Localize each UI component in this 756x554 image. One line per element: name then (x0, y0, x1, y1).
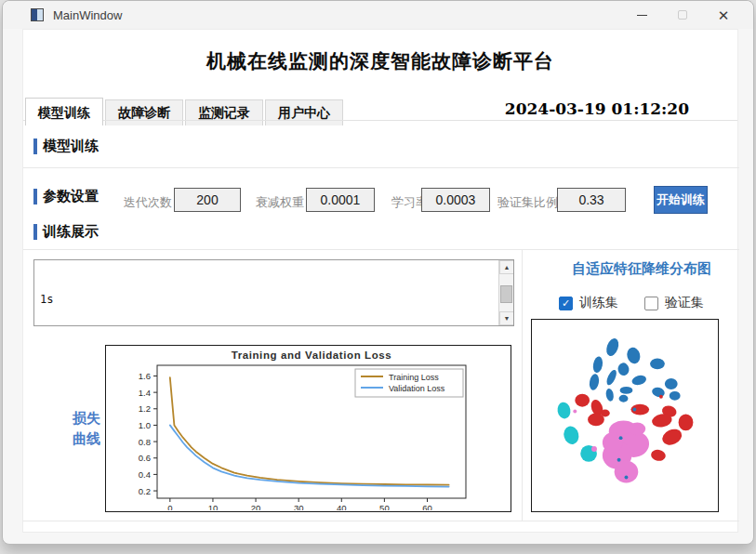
minimize-button[interactable] (621, 1, 662, 29)
console-text: 1s 14/14 [==============================… (40, 262, 495, 326)
section-label: 模型训练 (43, 138, 99, 155)
svg-text:0.4: 0.4 (139, 469, 151, 480)
svg-text:Training and Validation Loss: Training and Validation Loss (232, 350, 392, 361)
weight-decay-label: 衰减权重 (256, 194, 304, 211)
close-button[interactable]: ✕ (703, 1, 744, 29)
title-bar: MainWindow ✕ (3, 1, 753, 29)
tab-pane-border (23, 120, 737, 121)
tsne-scatter-plot (531, 319, 719, 512)
maximize-button[interactable] (662, 1, 703, 29)
section-training-display: 训练展示 (33, 223, 99, 241)
scrollbar-thumb[interactable] (500, 285, 512, 303)
svg-text:20: 20 (251, 503, 261, 510)
iterations-label: 迭代次数 (124, 194, 172, 211)
svg-text:0.6: 0.6 (139, 453, 151, 463)
svg-text:1.4: 1.4 (139, 388, 151, 398)
divider (23, 249, 739, 250)
svg-text:10: 10 (208, 503, 219, 510)
section-bar-icon (33, 189, 37, 204)
scroll-down-icon[interactable]: ▼ (499, 311, 514, 325)
divider (23, 167, 739, 168)
iterations-input[interactable] (174, 188, 241, 212)
tsne-panel-title: 自适应特征降维分布图 (544, 260, 739, 278)
checkbox-label: 训练集 (579, 295, 618, 311)
panel-divider (522, 249, 523, 521)
section-model-training: 模型训练 (33, 138, 99, 155)
learning-rate-input[interactable] (421, 188, 490, 212)
svg-text:50: 50 (379, 503, 390, 510)
tab-model-training[interactable]: 模型训练 (25, 98, 103, 125)
loss-chart: Training and Validation Loss0.20.40.60.8… (105, 345, 511, 512)
tab-monitoring-records[interactable]: 监测记录 (185, 99, 263, 125)
close-icon: ✕ (718, 8, 730, 22)
tsne-scatter-svg (532, 320, 717, 510)
svg-text:1.0: 1.0 (139, 420, 151, 430)
svg-text:0.8: 0.8 (139, 437, 151, 447)
divider (23, 521, 739, 521)
content-panel: 机械在线监测的深度智能故障诊断平台 模型训练 故障诊断 监测记录 用户中心 20… (22, 29, 738, 533)
tab-fault-diagnosis[interactable]: 故障诊断 (105, 99, 183, 125)
clock-display: 2024-03-19 01:12:20 (505, 99, 689, 118)
train-set-checkbox[interactable]: ✓ 训练集 (559, 295, 618, 311)
log-line: 1s (40, 292, 495, 307)
checkbox-label: 验证集 (665, 295, 704, 311)
svg-text:1.6: 1.6 (139, 371, 151, 381)
section-param-settings: 参数设置 (33, 188, 99, 205)
loss-chart-svg: Training and Validation Loss0.20.40.60.8… (106, 346, 510, 510)
main-window: MainWindow ✕ 机械在线监测的深度智能故障诊断平台 模型训练 故障诊断… (2, 0, 754, 545)
svg-text:1.2: 1.2 (139, 403, 151, 414)
maximize-icon (678, 10, 687, 20)
scroll-up-icon[interactable]: ▲ (499, 260, 514, 274)
weight-decay-input[interactable] (306, 188, 375, 212)
checkbox-checked-icon[interactable]: ✓ (559, 297, 573, 310)
section-label: 训练展示 (43, 223, 99, 241)
minimize-icon (637, 15, 647, 16)
tab-user-center[interactable]: 用户中心 (265, 99, 343, 125)
console-scrollbar[interactable]: ▲ ▼ (498, 260, 513, 325)
val-set-checkbox[interactable]: 验证集 (644, 295, 704, 311)
val-split-label: 验证集比例 (497, 194, 558, 211)
window-title: MainWindow (53, 8, 122, 22)
section-bar-icon (33, 224, 37, 240)
svg-text:60: 60 (422, 503, 432, 510)
page-title: 机械在线监测的深度智能故障诊断平台 (23, 48, 737, 74)
svg-text:Validation Loss: Validation Loss (389, 384, 445, 393)
checkbox-unchecked-icon[interactable] (644, 297, 658, 310)
section-bar-icon (33, 138, 37, 154)
app-icon (31, 8, 44, 21)
section-label: 参数设置 (43, 188, 99, 205)
svg-text:Training Loss: Training Loss (389, 373, 439, 382)
val-split-input[interactable] (557, 188, 626, 212)
svg-text:0.2: 0.2 (139, 486, 151, 496)
svg-text:30: 30 (294, 503, 304, 510)
svg-text:40: 40 (337, 503, 347, 510)
svg-text:0: 0 (167, 503, 172, 510)
training-log-console[interactable]: 1s 14/14 [==============================… (33, 259, 514, 326)
tab-bar: 模型训练 故障诊断 监测记录 用户中心 (25, 98, 345, 125)
start-training-button[interactable]: 开始训练 (654, 186, 708, 214)
